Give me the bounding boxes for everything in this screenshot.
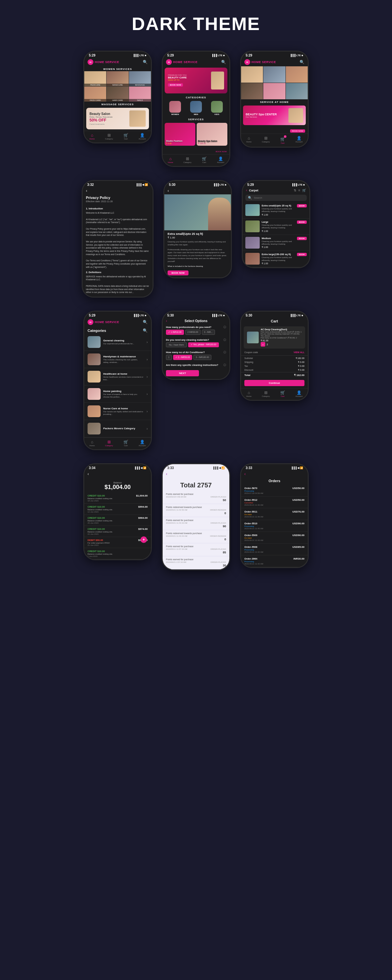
book-now-btn[interactable]: BOOK NOW [168, 83, 183, 87]
chevron-painting: › [147, 392, 148, 396]
status-bar-r3p1: 5:29 ▐▐▐ LTE ■ [84, 312, 151, 318]
nav-cart[interactable]: 🛒 Cart [123, 133, 128, 140]
extra-small-book-btn[interactable]: BOOK [297, 204, 307, 207]
q3-choice-1[interactable]: 1 [166, 355, 172, 360]
back-options[interactable]: ‹ [166, 319, 185, 323]
carpet-item-extra-large[interactable]: Extra large(150-200 sq ft) Cleaning your… [243, 251, 309, 267]
order-5870[interactable]: Order-5870 Processing 2023-07-18 04:59 A… [241, 485, 308, 496]
cat-kids-label: KIDS [215, 113, 219, 115]
extra-large-book-btn[interactable]: BOOK [297, 253, 307, 256]
q2-no-btn[interactable]: No, I have them [166, 342, 187, 347]
book-now-detail[interactable]: BOOK NOW [167, 270, 188, 275]
cat-women[interactable]: WOMEN [169, 101, 181, 115]
carpet-item-extra-small[interactable]: Extra small(Upto 25 sq ft) Cleaning your… [243, 202, 309, 218]
medium-book-btn[interactable]: BOOK [297, 237, 307, 240]
app-header: H HOME SERVICE 🔍 [84, 58, 151, 66]
qty-value: 2 [266, 343, 268, 346]
nav-home-2[interactable]: ⌂ Home [168, 156, 173, 163]
salon-discount: 50% OFF [89, 118, 127, 123]
nav-category[interactable]: ⊞ Category [105, 133, 113, 140]
cat-handyman[interactable]: Handyman & maintenance This includes che… [84, 351, 151, 368]
order-5510[interactable]: Order-5510 Processing 2023-06-21 11:45 A… [241, 520, 308, 532]
trans-3-date: 26-Jun-2023 [88, 522, 113, 524]
nav-account[interactable]: 👤 Account [139, 133, 146, 140]
back-points[interactable]: ‹ [166, 472, 167, 476]
nav-home-3[interactable]: ⌂ Home [246, 136, 252, 144]
chevron-healthcare: › [147, 375, 148, 379]
order-3964[interactable]: Order-3964 Processing 2023-06-21 11:42 A… [241, 555, 308, 567]
trans-3-amount: $984.00 [138, 517, 148, 524]
carpet-search-input[interactable] [254, 196, 304, 199]
continue-btn[interactable]: Continue [244, 380, 304, 386]
nav-cat-2[interactable]: ⊞ Category [183, 156, 191, 163]
cat-healthcare[interactable]: Healthcare at home Home healthcare servi… [84, 368, 151, 385]
back-btn-privacy[interactable]: ‹ [83, 187, 153, 194]
back-orders[interactable]: ‹ [244, 472, 245, 476]
book-now-services[interactable]: BOOK NOW [215, 151, 227, 153]
filter-icon[interactable]: ≡ [298, 188, 300, 192]
order-5508[interactable]: Order-5508 Processing 2023-06-21 11:42 A… [241, 544, 308, 555]
qty-minus[interactable]: - [261, 342, 265, 347]
q1-choice-2[interactable]: 2 INR30.00 [185, 329, 201, 335]
status-bar: 5:29 ▐▐▐ LTE ■ [84, 52, 151, 58]
categories-search-icon[interactable]: 🔍 [143, 328, 148, 333]
book-now-btn-3[interactable]: BOOK NOW [290, 129, 305, 133]
carpet-item-large[interactable]: Large Cleaning your furniture quickly an… [243, 218, 309, 235]
tax-row: Tax ₹ 0.00 [241, 364, 308, 368]
salon-image [129, 110, 146, 127]
q1-choice-1[interactable]: ✓ 1 INR10.00 [166, 329, 184, 335]
cat-kids[interactable]: KIDS [211, 101, 223, 115]
search-icon-3[interactable]: 🔍 [300, 60, 304, 64]
carpet-item-medium[interactable]: Medium Cleaning your furniture quickly a… [243, 235, 309, 251]
service-card-1[interactable]: Studio Fashion ₹ 0.00 [165, 123, 195, 146]
search-icon[interactable]: 🔍 [143, 60, 148, 64]
q2-yes-btn[interactable]: ✓ Yes, please - INR100.00 [188, 342, 219, 347]
cat-men-img [190, 101, 202, 113]
detail-content: Extra small(Upto 25 sq ft) ₹ 1.00 Cleani… [164, 230, 231, 277]
next-btn[interactable]: NEXT [166, 370, 199, 376]
cart-header-icon[interactable]: 🛒 [302, 188, 306, 192]
account-icon: 👤 [140, 133, 145, 137]
large-book-btn[interactable]: BOOK [297, 221, 307, 224]
chevron-handyman: › [147, 358, 148, 361]
points-item-6: Points earned for purchase 2023/06/21 2:… [163, 556, 229, 570]
app-name-3: HOME SERVICE [252, 60, 276, 64]
sort-icon[interactable]: ⇅ [294, 188, 296, 192]
trans-6-type: CREDIT $10.00 [88, 550, 113, 553]
trans-4: CREDIT $10.00 Balance credited visiting … [84, 526, 151, 537]
categories-row: WOMEN MEN KIDS [163, 100, 229, 117]
nav-cart-3[interactable]: 🛒 1 Cart [280, 136, 285, 144]
search-cat-list[interactable]: 🔍 [143, 320, 148, 325]
nav-acc-3[interactable]: 👤 Account [295, 136, 303, 144]
page-header: DARK THEME [0, 0, 392, 44]
q1-choice-3[interactable]: 3 - INR... [202, 329, 215, 335]
nav-acc-2[interactable]: 👤 Account [217, 156, 224, 163]
cat-packers-movers[interactable]: Packers Movers Category › [84, 420, 151, 438]
q3-choice-3[interactable]: 3 - INR100.00 [193, 355, 211, 360]
search-icon-2[interactable]: 🔍 [221, 60, 226, 64]
back-balance[interactable]: ‹ [84, 470, 151, 477]
service-card-2[interactable]: Beauty Spa Salon ₹ 135.31 [197, 123, 227, 146]
nav-cat-3[interactable]: ⊞ Category [262, 136, 270, 144]
cat-home-painting[interactable]: Home painting Our team of experts is her… [84, 385, 151, 403]
back-carpet[interactable]: ‹ [246, 188, 247, 192]
orders-page-title: Orders [241, 477, 308, 485]
order-5512[interactable]: Order-5512 Cancelled 2023-06-21 11:46 AM… [241, 496, 308, 508]
cat-general-cleaning[interactable]: General cleaning Our experienced profess… [84, 334, 151, 351]
trans-5-desc: For order payment #5510 [88, 542, 110, 544]
trans-2-amount: $994.00 [138, 505, 148, 513]
back-btn-detail[interactable]: ‹ [164, 187, 231, 194]
view-all-btn[interactable]: VIEW ALL [294, 351, 304, 353]
cat-nurse-care[interactable]: Nurse Care at home Our nurses are highly… [84, 403, 151, 420]
salon-extra: Facial treatments [89, 123, 127, 125]
order-5509[interactable]: Order-5509 On Hold 2023-06-21 11:43 AM U… [241, 532, 308, 544]
q1-info-icon: ⓘ [223, 325, 226, 329]
nav-home[interactable]: ⌂ Home [89, 133, 95, 140]
q3-choice-2[interactable]: ✓ 2 - INR50.00 [173, 355, 193, 360]
logo-circle-3: H [244, 59, 250, 65]
order-5511[interactable]: Order-5511 On Hold 2023-06-21 11:46 AM U… [241, 508, 308, 520]
trans-2-date: 12-Jun-2023 [88, 511, 113, 513]
nav-cart-2[interactable]: 🛒 Cart [202, 156, 207, 163]
add-balance-btn[interactable]: + [140, 536, 147, 543]
cat-men[interactable]: MEN [190, 101, 202, 115]
